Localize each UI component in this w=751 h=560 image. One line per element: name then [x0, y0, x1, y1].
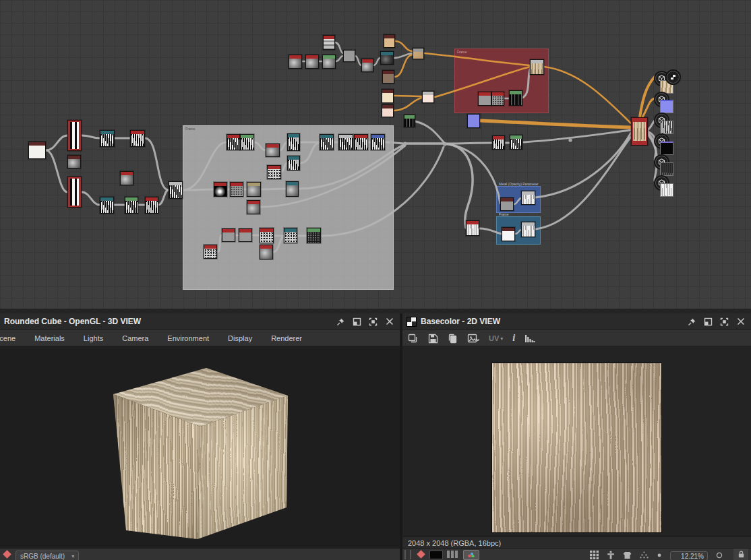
menu-item-lights[interactable]: Lights	[74, 334, 113, 342]
graph-node[interactable]	[361, 59, 373, 72]
graph-node[interactable]	[521, 191, 535, 205]
graph-node[interactable]	[509, 90, 522, 106]
output-thumbnail-violet[interactable]	[660, 100, 673, 113]
graph-node[interactable]	[320, 134, 334, 150]
graph-node[interactable]	[230, 182, 243, 197]
graph-node[interactable]	[382, 89, 394, 103]
graph-node[interactable]	[145, 197, 158, 214]
graph-node[interactable]	[422, 91, 434, 103]
histogram-icon[interactable]	[524, 334, 535, 343]
graph-node[interactable]	[404, 115, 415, 127]
toolbar-grip[interactable]	[404, 550, 411, 559]
node-graph-canvas[interactable]: FrameFrameMetal (Opacity) ParameterFrame	[0, 0, 751, 309]
export-view-icon[interactable]	[467, 334, 479, 344]
maximize-icon[interactable]	[368, 317, 378, 327]
graph-node[interactable]	[343, 50, 355, 62]
graph-node[interactable]	[380, 51, 394, 65]
graph-node[interactable]	[305, 55, 319, 69]
panel-splitter[interactable]	[0, 309, 751, 313]
3d-viewport[interactable]	[0, 346, 400, 549]
rgba-display-button[interactable]	[463, 550, 479, 560]
channels-icon[interactable]	[447, 551, 458, 558]
pyramid-dots-icon[interactable]	[640, 551, 649, 559]
menu-item-scene[interactable]: Scene	[0, 334, 25, 342]
graph-node[interactable]	[530, 59, 544, 75]
graph-node[interactable]	[227, 134, 240, 150]
menu-item-materials[interactable]: Materials	[25, 334, 74, 342]
graph-node[interactable]	[287, 156, 300, 170]
graph-node[interactable]	[323, 35, 335, 50]
graph-node[interactable]	[214, 182, 227, 197]
duplicate-view-icon[interactable]	[408, 334, 419, 344]
graph-node[interactable]	[222, 228, 235, 242]
graph-node[interactable]	[67, 155, 81, 168]
graph-node[interactable]	[338, 134, 353, 150]
graph-node[interactable]	[467, 114, 480, 128]
save-icon[interactable]	[428, 334, 438, 344]
output-thumbnail-dark[interactable]	[660, 162, 673, 176]
graph-node[interactable]	[100, 197, 114, 214]
close-icon[interactable]	[384, 317, 394, 327]
2d-viewport[interactable]	[402, 346, 751, 536]
graph-node[interactable]	[120, 171, 133, 185]
view-output-icon[interactable]	[667, 71, 680, 84]
graph-node[interactable]	[478, 92, 491, 106]
output-thumbnail-black[interactable]	[660, 142, 673, 155]
background-swatch[interactable]	[429, 551, 443, 559]
pin-icon[interactable]	[336, 317, 346, 327]
graph-node[interactable]	[491, 92, 504, 106]
graph-node[interactable]	[413, 48, 424, 59]
graph-node[interactable]	[382, 70, 394, 84]
graph-node[interactable]	[204, 245, 217, 259]
colorspace-dropdown[interactable]: sRGB (default) ▾	[16, 551, 79, 560]
2d-view-titlebar[interactable]: Basecolor - 2D VIEW	[402, 313, 751, 330]
graph-node[interactable]	[287, 133, 300, 151]
copy-icon[interactable]	[448, 334, 458, 344]
menu-item-display[interactable]: Display	[218, 334, 262, 342]
menu-item-camera[interactable]: Camera	[113, 334, 158, 342]
graph-node[interactable]	[266, 144, 280, 157]
graph-node[interactable]	[260, 245, 273, 259]
graph-node[interactable]	[267, 165, 281, 179]
maximize-icon[interactable]	[719, 317, 729, 327]
graph-node[interactable]	[260, 228, 274, 243]
mannequin-icon[interactable]	[607, 551, 615, 559]
graph-node[interactable]	[247, 182, 261, 197]
graph-node[interactable]	[28, 142, 46, 159]
graph-node[interactable]	[466, 220, 479, 236]
graph-node[interactable]	[382, 104, 394, 117]
reset-zoom-icon[interactable]	[716, 552, 723, 559]
graph-node[interactable]	[169, 181, 183, 199]
lock-button[interactable]	[733, 549, 748, 560]
menu-item-environment[interactable]: Environment	[158, 334, 218, 342]
uv-toggle[interactable]: UV ▾	[489, 334, 503, 342]
material-icon[interactable]	[623, 551, 632, 559]
graph-node[interactable]	[125, 197, 138, 214]
graph-node[interactable]	[322, 55, 336, 69]
graph-node[interactable]	[247, 200, 260, 214]
output-thumbnail-white[interactable]	[660, 183, 673, 197]
menu-item-renderer[interactable]: Renderer	[262, 334, 311, 342]
center-dot-icon[interactable]	[657, 553, 662, 558]
graph-node[interactable]	[492, 135, 505, 150]
graph-node[interactable]	[67, 120, 82, 151]
close-icon[interactable]	[735, 317, 746, 327]
graph-node[interactable]	[631, 117, 648, 146]
graph-node[interactable]	[284, 228, 297, 243]
graph-node[interactable]	[521, 222, 535, 237]
graph-node[interactable]	[510, 135, 522, 150]
output-thumbnail-zebra[interactable]	[660, 121, 673, 134]
graph-node[interactable]	[500, 197, 514, 211]
float-window-icon[interactable]	[352, 317, 362, 327]
graph-node[interactable]	[67, 177, 82, 208]
graph-node[interactable]	[384, 34, 395, 48]
graph-node[interactable]	[240, 134, 254, 150]
graph-node[interactable]	[239, 228, 252, 242]
info-icon[interactable]: i	[512, 333, 515, 344]
pin-icon[interactable]	[687, 317, 697, 327]
graph-node[interactable]	[100, 130, 115, 147]
graph-node[interactable]	[502, 227, 515, 241]
graph-node[interactable]	[289, 55, 302, 69]
3d-view-titlebar[interactable]: Rounded Cube - OpenGL - 3D VIEW	[0, 313, 400, 330]
graph-node[interactable]	[307, 228, 321, 243]
